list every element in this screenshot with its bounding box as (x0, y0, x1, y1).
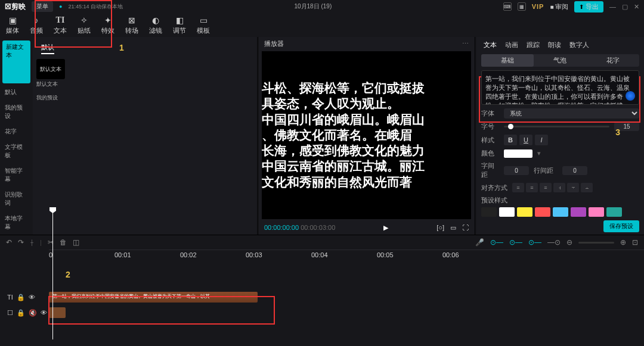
preset-label: 预设样式 (481, 196, 507, 205)
zoom-out-icon[interactable]: ⊖ (566, 238, 572, 247)
size-label: 字号 (481, 122, 499, 131)
redo-icon[interactable]: ↷ (18, 238, 24, 247)
rtab-track[interactable]: 跟踪 (527, 40, 540, 49)
align-center[interactable]: ≡ (526, 183, 538, 192)
tool-adjust[interactable]: ◧调节 (173, 15, 186, 35)
compare-icon[interactable]: ▭ (450, 224, 456, 232)
fullscreen-icon[interactable]: ⛶ (462, 224, 469, 232)
bold-button[interactable]: B (504, 135, 517, 145)
annotation-box-1 (35, 0, 112, 48)
subtab-row: 基础 气泡 花字 (481, 54, 639, 67)
timeline-ruler[interactable]: 0 00:01 00:02 00:03 00:04 00:05 00:06 (49, 250, 644, 259)
time-display: 00:00:00:00 00:00:03:00 (264, 224, 335, 231)
size-slider[interactable] (504, 126, 609, 127)
preset-swatch[interactable] (589, 207, 604, 217)
sidebar-item-lyrics[interactable]: 识别歌词 (0, 187, 33, 211)
subtab-fancy[interactable]: 花字 (587, 54, 639, 67)
export-button[interactable]: ⬆ 导出 (574, 1, 603, 13)
app-logo: ☒剪映 (5, 2, 26, 12)
asset-panel: 新建文本 默认 我的预设 花字 文字模板 智能字幕 识别歌词 本地字幕 默认 默… (0, 37, 256, 235)
subtab-basic[interactable]: 基础 (481, 54, 534, 67)
linespace-label: 行间距 (534, 166, 558, 175)
sidebar-item-fancy[interactable]: 花字 (0, 124, 33, 139)
vip-badge[interactable]: VIP (532, 3, 544, 10)
preset-swatch[interactable] (535, 207, 550, 217)
rtab-read[interactable]: 朗读 (548, 40, 561, 49)
preset-row (481, 207, 622, 217)
color-label: 颜色 (481, 149, 499, 158)
tool-media[interactable]: ▣媒体 (6, 15, 19, 35)
preset-swatch[interactable] (606, 207, 622, 217)
shortcut-icon[interactable]: ⌨ (503, 2, 512, 11)
ai-button[interactable] (626, 91, 635, 101)
linespace-input[interactable] (562, 166, 587, 175)
italic-button[interactable]: I (535, 135, 548, 145)
align-left[interactable]: ≡ (512, 183, 524, 192)
rtab-anim[interactable]: 动画 (505, 40, 518, 49)
tool-filter[interactable]: ◐滤镜 (149, 15, 162, 35)
rtab-text[interactable]: 文本 (484, 40, 497, 49)
tool-template[interactable]: ▭模板 (197, 15, 210, 35)
sidebar-item-newtext[interactable]: 新建文本 (2, 40, 30, 83)
preset-swatch[interactable] (571, 207, 586, 217)
tool-transition[interactable]: ⊠转场 (125, 15, 138, 35)
timeline-panel: ↶ ↷ ⟊ | ✂ 🗑 ◫ 🎤 ⊙— ⊙— ⊙— —⊙ ⊖ ⊕ ⊡ 0 (0, 235, 644, 346)
sidebar-item-mypreset[interactable]: 我的预设 (0, 100, 33, 124)
crop-icon[interactable]: ◫ (73, 238, 79, 247)
video-track-label: ☐ (7, 309, 13, 317)
align-v1[interactable]: ⫞ (553, 183, 565, 192)
mute-icon[interactable]: 🔇 (29, 309, 37, 317)
toggle-4[interactable]: —⊙ (547, 238, 561, 247)
ratio-icon[interactable]: [○] (436, 224, 444, 232)
align-v2[interactable]: ⫟ (567, 183, 579, 192)
card-label: 默认文本 (36, 80, 253, 88)
player-panel: 播放器 ⋯ 斗松、探海松等，它们或挺拔 具姿态，令人叹为观止。 中国四川省的峨眉… (258, 37, 475, 235)
charspace-input[interactable] (504, 166, 529, 175)
preset-swatch[interactable] (481, 207, 497, 217)
toggle-3[interactable]: ⊙— (528, 238, 541, 247)
subtab-bubble[interactable]: 气泡 (534, 54, 586, 67)
zoom-in-icon[interactable]: ⊕ (620, 238, 626, 247)
review-button[interactable]: ■ 审阅 (550, 2, 568, 11)
zoom-slider[interactable] (578, 242, 614, 244)
split-icon[interactable]: ⟊ (30, 238, 34, 247)
toggle-1[interactable]: ⊙— (490, 238, 503, 247)
timeline-tracks[interactable]: 2 TI🔒👁 第一站，我们来到位于中国安徽省的黄山。黄山被誉为天下第一奇山，以其… (0, 259, 644, 346)
zoom-fit-icon[interactable]: ⊡ (632, 238, 638, 247)
sidebar-item-default[interactable]: 默认 (0, 85, 33, 100)
undo-icon[interactable]: ↶ (6, 238, 12, 247)
rtab-avatar[interactable]: 数字人 (569, 40, 589, 49)
eye-icon[interactable]: 👁 (29, 294, 35, 301)
minimize-icon[interactable]: — (609, 3, 616, 10)
style-label: 样式 (481, 136, 499, 145)
sidebar-item-local[interactable]: 本地字幕 (0, 211, 33, 235)
preview-canvas[interactable]: 斗松、探海松等，它们或挺拔 具姿态，令人叹为观止。 中国四川省的峨眉山。峨眉山 … (262, 51, 471, 219)
toggle-2[interactable]: ⊙— (509, 238, 522, 247)
play-button[interactable]: ▶ (383, 224, 388, 232)
align-v3[interactable]: ⫠ (581, 183, 593, 192)
preset-swatch[interactable] (499, 207, 515, 217)
close-icon[interactable]: ✕ (634, 3, 639, 11)
maximize-icon[interactable]: ▢ (622, 3, 628, 11)
annotation-1: 1 (119, 43, 124, 52)
eye-icon-2[interactable]: 👁 (41, 309, 47, 316)
text-content-input[interactable]: 第一站，我们来到位于中国安徽省的黄山。黄山被誉为天下第一奇山，以其奇松、怪石、云… (481, 70, 639, 105)
playhead[interactable] (52, 211, 53, 339)
lock-icon[interactable]: 🔒 (17, 294, 25, 301)
preset-swatch[interactable] (517, 207, 532, 217)
layout-icon[interactable]: ▦ (518, 2, 526, 11)
mic-icon[interactable]: 🎤 (475, 238, 484, 247)
delete-icon[interactable]: 🗑 (60, 238, 67, 247)
sidebar-item-subtitle[interactable]: 智能字幕 (0, 163, 33, 187)
save-preset-button[interactable]: 保存预设 (603, 220, 639, 232)
lock-icon-2[interactable]: 🔒 (17, 309, 25, 317)
font-select[interactable]: 系统 (504, 108, 639, 119)
sidebar-item-template[interactable]: 文字模板 (0, 139, 33, 163)
player-menu-icon[interactable]: ⋯ (462, 40, 469, 48)
color-swatch[interactable] (504, 149, 532, 158)
preset-swatch[interactable] (553, 207, 568, 217)
align-right[interactable]: ≡ (540, 183, 552, 192)
underline-button[interactable]: U (519, 135, 532, 145)
font-label: 字体 (481, 109, 499, 118)
default-text-card[interactable]: 默认文本 (36, 59, 65, 79)
